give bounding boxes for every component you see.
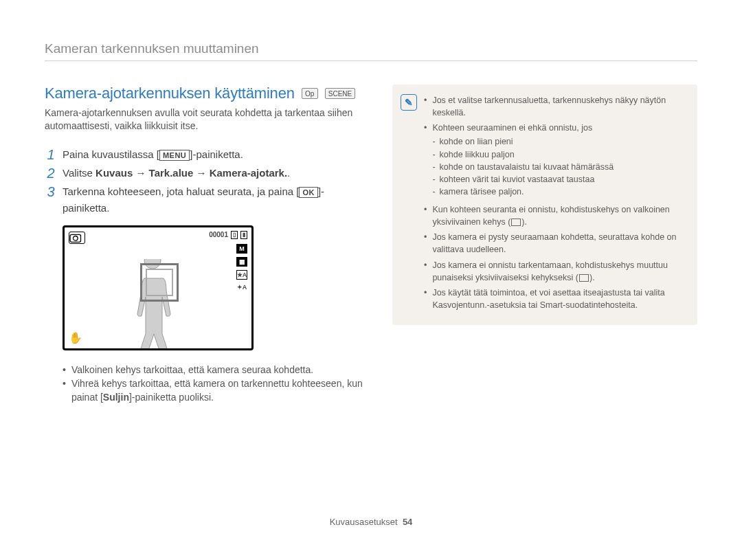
intro-text: Kamera-ajotarkennuksen avulla voit seura… [45,107,368,133]
step-3: 3 Tarkenna kohteeseen, jota haluat seura… [45,183,368,216]
camera-mode-icon [69,232,85,244]
shutter-label: Suljin [103,392,129,403]
legend-green-post: ]-painiketta puoliksi. [129,392,214,403]
step-2: 2 Valitse Kuvaus → Tark.alue → Kamera-aj… [45,165,368,181]
note-icon: ✎ [401,94,417,111]
quality-icon: ★A [236,270,247,280]
svg-point-1 [74,236,78,241]
legend-green: Vihreä kehys tarkoittaa, että kamera on … [63,377,368,405]
frame-icon [511,219,521,226]
ok-button-label: OK [299,187,318,198]
step-2-bold: Kuvaus → Tark.alue → Kamera-ajotark. [95,167,287,179]
step-3-pre: Tarkenna kohteeseen, jota haluat seurata… [63,186,299,197]
camera-screen-illustration: 00001 ▯ ▮ M ▦ ★A ✦A ✋ [63,225,368,350]
mode-icon-scene: SCENE [325,88,355,99]
page-title: Kamera-ajotarkennuksen käyttäminen [45,85,295,102]
frame-icon [579,274,589,282]
footer-section: Kuvausasetukset [330,517,398,527]
step-number: 3 [45,183,57,199]
flash-icon: ✦A [237,283,247,291]
step-1: 1 Paina kuvaustilassa [MENU]-painiketta. [45,146,368,162]
size-icon: M [236,244,247,254]
step-1-post: ]-painiketta. [190,148,243,160]
screen-right-icons: M ▦ ★A ✦A [236,244,247,291]
note-subitem: kohde liikkuu paljon [432,148,614,161]
note-item: Jos käytät tätä toimintoa, et voi asetta… [424,287,686,311]
legend-list: Valkoinen kehys tarkoittaa, että kamera … [45,363,368,405]
note-subitem: kamera tärisee paljon. [432,186,614,198]
note-item: Kohteen seuraaminen ei ehkä onnistu, jos… [424,122,686,201]
mode-icon-photo: Op [302,88,318,99]
step-2-post: . [287,167,290,179]
page-footer: Kuvausasetukset 54 [0,517,742,527]
note-item: Jos kamera ei pysty seuraamaan kohdetta,… [424,231,686,256]
note-subitem: kohde on taustavalaistu tai kuvaat hämär… [432,161,614,173]
step-number: 1 [45,146,57,161]
grid-icon: ▦ [236,257,247,267]
stabilizer-icon: ✋ [69,331,82,344]
shot-counter: 00001 [209,231,228,238]
menu-button-label: MENU [159,150,190,161]
step-2-pre: Valitse [63,167,95,179]
note-subitem: kohteen värit tai kuviot vastaavat taust… [432,173,614,186]
note-box: ✎ Jos et valitse tarkennusaluetta, tarke… [392,85,697,325]
step-1-pre: Paina kuvaustilassa [ [63,148,159,160]
note-item: Kun kohteen seuranta ei onnistu, kohdist… [424,203,686,228]
card-icon: ▯ [231,231,238,239]
tracking-focus-frame [140,263,179,302]
footer-page-number: 54 [403,517,412,527]
note-subitem: kohde on liian pieni [432,135,614,148]
note-item: Jos et valitse tarkennusaluetta, tarkenn… [424,94,686,119]
note-item: Jos kamera ei onnistu tarkentamaan, kohd… [424,259,686,284]
step-number: 2 [45,165,57,180]
step-list: 1 Paina kuvaustilassa [MENU]-painiketta.… [45,146,368,216]
breadcrumb: Kameran tarkennuksen muuttaminen [45,41,697,60]
header-rule [45,60,697,61]
legend-white: Valkoinen kehys tarkoittaa, että kamera … [63,363,368,377]
battery-icon: ▮ [240,231,247,239]
